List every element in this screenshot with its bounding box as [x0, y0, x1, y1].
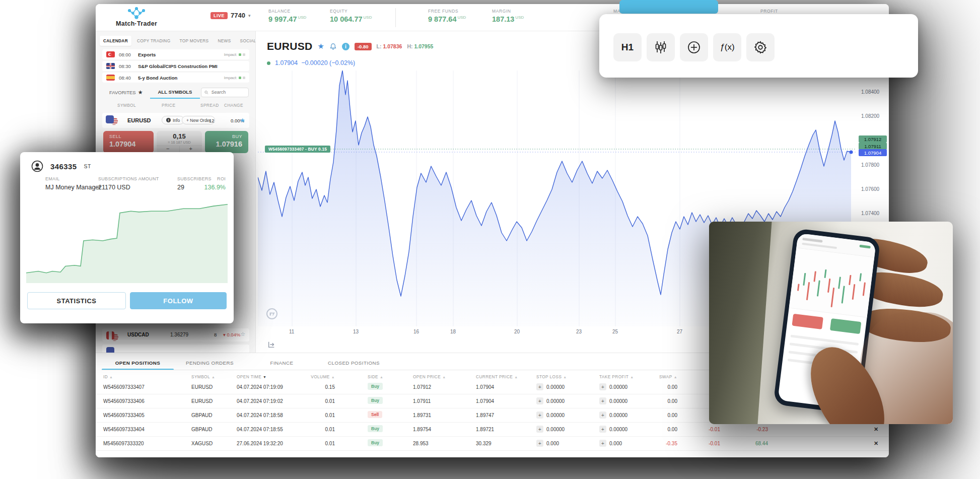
account-switcher[interactable]: LIVE 7740 ▾: [211, 12, 250, 19]
tab-all-symbols[interactable]: ALL SYMBOLS: [150, 86, 200, 99]
market-open-dot: [267, 61, 270, 65]
alert-bell-icon[interactable]: [329, 43, 337, 50]
sidebar-tab-news[interactable]: NEWS: [214, 36, 234, 46]
positions-tab-pending-orders[interactable]: PENDING ORDERS: [174, 356, 246, 369]
plus-icon[interactable]: +: [599, 412, 606, 419]
cell-take-profit[interactable]: +0.00000: [599, 397, 627, 404]
account-number: 7740: [231, 12, 245, 19]
buy-button[interactable]: BUY 1.07916: [205, 131, 248, 153]
column-symbol[interactable]: SYMBOL: [117, 103, 136, 108]
volume-plus-button[interactable]: +: [180, 146, 202, 152]
cell-volume: 0.01: [297, 427, 335, 432]
y-axis-label: 1.07400: [861, 211, 879, 216]
statistics-button[interactable]: STATISTICS: [27, 292, 126, 309]
plus-icon[interactable]: +: [599, 397, 606, 404]
favorite-star-icon[interactable]: ★: [240, 117, 245, 124]
chart-type-candles-button[interactable]: [647, 33, 675, 61]
chart-header: EURUSD ★ i -0.80 L: 1.07836 H: 1.07955: [267, 40, 433, 52]
cell-id: W5456097333406: [103, 398, 145, 404]
cell-stop-loss[interactable]: +0.00000: [536, 426, 565, 433]
sort-column-current-price[interactable]: CURRENT PRICE▲: [476, 374, 518, 379]
sidebar-tab-social-feed[interactable]: SOCIAL FEED: [237, 36, 256, 46]
cell-stop-loss[interactable]: +0.00000: [536, 397, 565, 404]
plus-icon[interactable]: +: [536, 383, 543, 390]
timeframe-button[interactable]: H1: [613, 33, 642, 61]
plus-icon[interactable]: +: [536, 440, 543, 447]
cell-take-profit[interactable]: +0.00000: [599, 412, 627, 419]
cell-current-price: 1.89721: [476, 427, 494, 432]
positions-tab-open-positions[interactable]: OPEN POSITIONS: [102, 356, 174, 369]
tab-favorites[interactable]: FAVORITES ★: [102, 86, 150, 99]
plus-icon[interactable]: +: [536, 397, 543, 404]
chart-favorite-star-icon[interactable]: ★: [317, 42, 324, 51]
deposit-button-partial[interactable]: [619, 0, 718, 14]
instrument-row-eurusd[interactable]: EURUSD i Info + New Order 12 0.00% ★: [102, 113, 249, 128]
sort-column-side[interactable]: SIDE▲: [368, 374, 383, 379]
stat-subscriptions-amount: SUBSCRIPTIONS AMOUNT21170 USD: [98, 176, 159, 191]
y-axis-price-chip: 1.07912: [859, 135, 887, 143]
settings-button[interactable]: [746, 33, 775, 61]
scroll-to-latest-icon[interactable]: [267, 340, 275, 351]
calendar-event-row[interactable]: 08:40 5-y Bond Auction Impact:: [102, 73, 249, 83]
positions-tab-closed-positions[interactable]: CLOSED POSITIONS: [318, 356, 390, 369]
sort-column-take-profit[interactable]: TAKE PROFIT▲: [599, 374, 634, 379]
sort-column-symbol[interactable]: SYMBOL▲: [191, 374, 215, 379]
cell-open-time: 04.07.2024 07:18:58: [237, 413, 283, 418]
info-button[interactable]: i Info: [162, 116, 184, 124]
indicators-button[interactable]: ƒ(x): [713, 33, 741, 61]
cell-open-price: 1.89754: [413, 427, 431, 432]
usdcad-flag-icon: [106, 331, 119, 341]
sort-column-stop-loss[interactable]: STOP LOSS▲: [536, 374, 567, 379]
compare-add-button[interactable]: [680, 33, 708, 61]
symbol-info-icon[interactable]: i: [342, 43, 349, 50]
calendar-event-row[interactable]: 08:00 Exports Impact:: [102, 49, 249, 59]
sort-column-id[interactable]: ID▲: [103, 374, 113, 379]
close-position-icon[interactable]: ✕: [874, 440, 878, 447]
positions-tab-finance[interactable]: FINANCE: [246, 356, 318, 369]
cell-stop-loss[interactable]: +0.00000: [536, 383, 565, 390]
sell-button[interactable]: SELL 1.07904: [103, 131, 154, 153]
volume-minus-button[interactable]: −: [157, 146, 180, 152]
plus-icon[interactable]: +: [599, 440, 606, 447]
cell-symbol: GBPAUD: [191, 427, 213, 432]
sort-column-open-price[interactable]: OPEN PRICE▲: [413, 374, 446, 379]
x-axis-label: 27: [677, 329, 682, 334]
open-position-line-label[interactable]: W5456097333407 - BUY 0.15: [265, 146, 330, 153]
sidebar-tab-top-movers[interactable]: TOP MOVERS: [176, 36, 212, 46]
position-row[interactable]: M5456097333320 XAGUSD 27.06.2024 19:32:2…: [96, 437, 889, 451]
partial-flag-icon: [106, 347, 119, 353]
instrument-row-usdcad[interactable]: USDCAD 1.36279 8 ▾ 0.04% ☆: [102, 328, 249, 341]
cell-volume: 0.01: [297, 441, 335, 446]
cell-stop-loss[interactable]: +0.000: [536, 440, 559, 447]
plus-icon[interactable]: +: [536, 426, 543, 433]
usdcad-star-icon[interactable]: ☆: [240, 331, 245, 337]
cell-take-profit[interactable]: +0.00000: [599, 426, 627, 433]
cell-id: W5456097333404: [103, 427, 145, 432]
avatar-icon: [31, 160, 43, 172]
sidebar-tab-copy-trading[interactable]: COPY TRADING: [133, 36, 174, 46]
usdcad-price: 1.36279: [170, 332, 188, 337]
volume-stepper[interactable]: 0,15 = 16 187 USD − +: [157, 131, 202, 153]
cell-take-profit[interactable]: +0.00000: [599, 383, 627, 390]
calendar-event-row[interactable]: 08:30 S&P Global/CIPS Construction PMI: [102, 61, 249, 71]
plus-icon[interactable]: +: [599, 383, 606, 390]
sell-price: 1.07904: [109, 140, 154, 148]
sidebar-tab-calendar[interactable]: CALENDAR: [100, 36, 131, 46]
column-spread[interactable]: SPREAD: [200, 103, 219, 108]
cell-take-profit[interactable]: +0.000: [599, 440, 622, 447]
plus-icon[interactable]: +: [599, 426, 606, 433]
symbol-search[interactable]: [201, 88, 249, 97]
candlestick-icon: [654, 40, 668, 54]
sort-column-swap[interactable]: SWAP▲: [640, 374, 677, 379]
column-change[interactable]: CHANGE: [224, 103, 243, 108]
search-input[interactable]: [211, 89, 245, 95]
position-row[interactable]: W5456097333404 GBPAUD 04.07.2024 07:18:5…: [96, 423, 889, 437]
close-position-icon[interactable]: ✕: [874, 426, 878, 433]
cell-stop-loss[interactable]: +0.00000: [536, 412, 565, 419]
follow-button[interactable]: FOLLOW: [130, 292, 227, 309]
sort-column-volume[interactable]: VOLUME▲: [297, 374, 335, 379]
plus-icon[interactable]: +: [536, 412, 543, 419]
new-order-label: + New Order: [186, 118, 211, 123]
sort-column-open-time[interactable]: OPEN TIME▼: [237, 374, 266, 379]
column-price[interactable]: PRICE: [162, 103, 175, 108]
